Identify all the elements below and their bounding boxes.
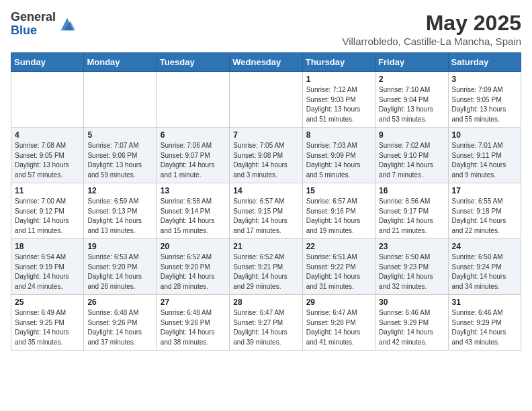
calendar-cell bbox=[230, 72, 302, 128]
day-number: 22 bbox=[306, 242, 371, 251]
calendar-cell: 4Sunrise: 7:08 AMSunset: 9:05 PMDaylight… bbox=[11, 128, 84, 183]
calendar-cell: 16Sunrise: 6:56 AMSunset: 9:17 PMDayligh… bbox=[375, 183, 448, 239]
day-info: Sunrise: 6:47 AMSunset: 9:28 PMDaylight:… bbox=[306, 308, 371, 347]
calendar-cell: 7Sunrise: 7:05 AMSunset: 9:08 PMDaylight… bbox=[230, 128, 302, 183]
day-number: 6 bbox=[161, 130, 226, 140]
calendar-cell bbox=[157, 72, 229, 128]
day-info: Sunrise: 7:08 AMSunset: 9:05 PMDaylight:… bbox=[15, 141, 80, 180]
day-info: Sunrise: 6:47 AMSunset: 9:27 PMDaylight:… bbox=[233, 308, 298, 347]
day-number: 5 bbox=[87, 130, 152, 140]
day-info: Sunrise: 6:52 AMSunset: 9:20 PMDaylight:… bbox=[161, 253, 226, 291]
day-info: Sunrise: 6:49 AMSunset: 9:25 PMDaylight:… bbox=[15, 308, 80, 347]
day-number: 2 bbox=[379, 75, 444, 84]
logo: General Blue bbox=[11, 11, 77, 38]
logo-general: General bbox=[11, 10, 56, 24]
day-number: 30 bbox=[379, 298, 444, 307]
day-number: 12 bbox=[87, 186, 152, 195]
day-number: 19 bbox=[87, 242, 152, 251]
day-number: 25 bbox=[15, 298, 80, 307]
calendar-cell: 27Sunrise: 6:48 AMSunset: 9:26 PMDayligh… bbox=[157, 295, 229, 351]
weekday-header-row: SundayMondayTuesdayWednesdayThursdayFrid… bbox=[11, 53, 521, 72]
day-number: 28 bbox=[233, 298, 298, 307]
calendar-cell: 31Sunrise: 6:46 AMSunset: 9:29 PMDayligh… bbox=[448, 295, 521, 351]
calendar-cell: 13Sunrise: 6:58 AMSunset: 9:14 PMDayligh… bbox=[157, 183, 229, 239]
day-info: Sunrise: 6:59 AMSunset: 9:13 PMDaylight:… bbox=[87, 197, 152, 236]
weekday-header-friday: Friday bbox=[375, 53, 448, 72]
day-info: Sunrise: 7:12 AMSunset: 9:03 PMDaylight:… bbox=[306, 85, 371, 124]
calendar-cell: 20Sunrise: 6:52 AMSunset: 9:20 PMDayligh… bbox=[157, 239, 229, 295]
calendar-cell: 14Sunrise: 6:57 AMSunset: 9:15 PMDayligh… bbox=[230, 183, 302, 239]
calendar-cell: 6Sunrise: 7:06 AMSunset: 9:07 PMDaylight… bbox=[157, 128, 229, 183]
calendar-week-1: 1Sunrise: 7:12 AMSunset: 9:03 PMDaylight… bbox=[11, 72, 521, 128]
weekday-header-saturday: Saturday bbox=[448, 53, 521, 72]
day-number: 31 bbox=[452, 298, 517, 307]
day-info: Sunrise: 7:07 AMSunset: 9:06 PMDaylight:… bbox=[87, 141, 152, 180]
day-info: Sunrise: 6:48 AMSunset: 9:26 PMDaylight:… bbox=[87, 308, 152, 347]
calendar-week-3: 11Sunrise: 7:00 AMSunset: 9:12 PMDayligh… bbox=[11, 183, 521, 239]
day-info: Sunrise: 7:05 AMSunset: 9:08 PMDaylight:… bbox=[233, 141, 298, 180]
calendar-cell: 17Sunrise: 6:55 AMSunset: 9:18 PMDayligh… bbox=[448, 183, 521, 239]
page-header: General Blue May 2025 Villarrobledo, Cas… bbox=[11, 11, 521, 47]
calendar-cell: 23Sunrise: 6:50 AMSunset: 9:23 PMDayligh… bbox=[375, 239, 448, 295]
day-number: 10 bbox=[452, 130, 517, 140]
day-info: Sunrise: 6:46 AMSunset: 9:29 PMDaylight:… bbox=[452, 308, 517, 347]
day-info: Sunrise: 6:51 AMSunset: 9:22 PMDaylight:… bbox=[306, 253, 371, 291]
day-info: Sunrise: 6:57 AMSunset: 9:16 PMDaylight:… bbox=[306, 197, 371, 236]
weekday-header-monday: Monday bbox=[84, 53, 157, 72]
day-number: 16 bbox=[379, 186, 444, 195]
calendar-week-4: 18Sunrise: 6:54 AMSunset: 9:19 PMDayligh… bbox=[11, 239, 521, 295]
calendar-table: SundayMondayTuesdayWednesdayThursdayFrid… bbox=[11, 52, 521, 351]
day-info: Sunrise: 6:50 AMSunset: 9:23 PMDaylight:… bbox=[379, 253, 444, 291]
weekday-header-wednesday: Wednesday bbox=[230, 53, 302, 72]
calendar-cell bbox=[84, 72, 157, 128]
day-number: 3 bbox=[452, 75, 517, 84]
day-number: 11 bbox=[15, 186, 80, 195]
calendar-cell: 5Sunrise: 7:07 AMSunset: 9:06 PMDaylight… bbox=[84, 128, 157, 183]
day-number: 27 bbox=[161, 298, 226, 307]
day-info: Sunrise: 6:54 AMSunset: 9:19 PMDaylight:… bbox=[15, 253, 80, 291]
calendar-week-2: 4Sunrise: 7:08 AMSunset: 9:05 PMDaylight… bbox=[11, 128, 521, 183]
calendar-cell: 15Sunrise: 6:57 AMSunset: 9:16 PMDayligh… bbox=[302, 183, 375, 239]
day-info: Sunrise: 7:03 AMSunset: 9:09 PMDaylight:… bbox=[306, 141, 371, 180]
title-block: May 2025 Villarrobledo, Castille-La Manc… bbox=[342, 11, 521, 47]
calendar-cell: 29Sunrise: 6:47 AMSunset: 9:28 PMDayligh… bbox=[302, 295, 375, 351]
calendar-cell: 22Sunrise: 6:51 AMSunset: 9:22 PMDayligh… bbox=[302, 239, 375, 295]
logo-blue: Blue bbox=[11, 24, 37, 37]
day-info: Sunrise: 7:00 AMSunset: 9:12 PMDaylight:… bbox=[15, 197, 80, 236]
logo-icon bbox=[58, 15, 77, 34]
day-number: 17 bbox=[452, 186, 517, 195]
calendar-cell: 11Sunrise: 7:00 AMSunset: 9:12 PMDayligh… bbox=[11, 183, 84, 239]
calendar-location: Villarrobledo, Castille-La Mancha, Spain bbox=[342, 36, 521, 47]
day-number: 8 bbox=[306, 130, 371, 140]
day-number: 9 bbox=[379, 130, 444, 140]
calendar-cell: 24Sunrise: 6:50 AMSunset: 9:24 PMDayligh… bbox=[448, 239, 521, 295]
day-number: 13 bbox=[161, 186, 226, 195]
calendar-cell: 8Sunrise: 7:03 AMSunset: 9:09 PMDaylight… bbox=[302, 128, 375, 183]
calendar-cell: 12Sunrise: 6:59 AMSunset: 9:13 PMDayligh… bbox=[84, 183, 157, 239]
calendar-cell: 19Sunrise: 6:53 AMSunset: 9:20 PMDayligh… bbox=[84, 239, 157, 295]
day-info: Sunrise: 6:55 AMSunset: 9:18 PMDaylight:… bbox=[452, 197, 517, 236]
calendar-cell: 1Sunrise: 7:12 AMSunset: 9:03 PMDaylight… bbox=[302, 72, 375, 128]
calendar-cell: 26Sunrise: 6:48 AMSunset: 9:26 PMDayligh… bbox=[84, 295, 157, 351]
weekday-header-thursday: Thursday bbox=[302, 53, 375, 72]
day-info: Sunrise: 6:46 AMSunset: 9:29 PMDaylight:… bbox=[379, 308, 444, 347]
day-number: 21 bbox=[233, 242, 298, 251]
calendar-cell: 28Sunrise: 6:47 AMSunset: 9:27 PMDayligh… bbox=[230, 295, 302, 351]
day-info: Sunrise: 6:50 AMSunset: 9:24 PMDaylight:… bbox=[452, 253, 517, 291]
day-info: Sunrise: 6:57 AMSunset: 9:15 PMDaylight:… bbox=[233, 197, 298, 236]
day-number: 15 bbox=[306, 186, 371, 195]
calendar-cell: 21Sunrise: 6:52 AMSunset: 9:21 PMDayligh… bbox=[230, 239, 302, 295]
day-number: 18 bbox=[15, 242, 80, 251]
day-info: Sunrise: 7:02 AMSunset: 9:10 PMDaylight:… bbox=[379, 141, 444, 180]
weekday-header-tuesday: Tuesday bbox=[157, 53, 229, 72]
calendar-week-5: 25Sunrise: 6:49 AMSunset: 9:25 PMDayligh… bbox=[11, 295, 521, 351]
calendar-cell: 25Sunrise: 6:49 AMSunset: 9:25 PMDayligh… bbox=[11, 295, 84, 351]
calendar-title: May 2025 bbox=[342, 11, 521, 36]
calendar-cell: 18Sunrise: 6:54 AMSunset: 9:19 PMDayligh… bbox=[11, 239, 84, 295]
day-info: Sunrise: 7:10 AMSunset: 9:04 PMDaylight:… bbox=[379, 85, 444, 124]
day-number: 20 bbox=[161, 242, 226, 251]
day-info: Sunrise: 7:09 AMSunset: 9:05 PMDaylight:… bbox=[452, 85, 517, 124]
day-number: 14 bbox=[233, 186, 298, 195]
calendar-cell bbox=[11, 72, 84, 128]
calendar-cell: 3Sunrise: 7:09 AMSunset: 9:05 PMDaylight… bbox=[448, 72, 521, 128]
